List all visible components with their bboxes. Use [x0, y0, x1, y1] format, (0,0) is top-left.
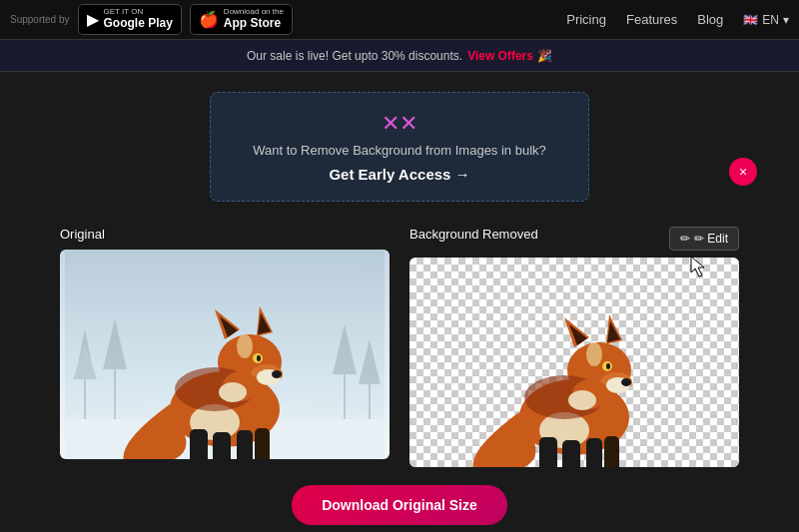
- svg-point-19: [257, 355, 261, 361]
- sale-banner: Our sale is live! Get upto 30% discounts…: [0, 40, 799, 72]
- svg-rect-49: [604, 436, 619, 467]
- svg-point-38: [621, 378, 631, 386]
- nav-right: Pricing Features Blog 🇬🇧 EN ▾: [566, 12, 789, 27]
- language-selector[interactable]: 🇬🇧 EN ▾: [743, 13, 789, 27]
- svg-rect-26: [213, 432, 231, 459]
- promo-cta-button[interactable]: Get Early Access →: [251, 166, 548, 183]
- removed-panel: Background Removed ✏ ✏ Edit: [409, 227, 739, 467]
- removed-label: Background Removed: [409, 227, 538, 242]
- lang-label: EN: [762, 13, 779, 27]
- pricing-link[interactable]: Pricing: [566, 12, 606, 27]
- svg-rect-47: [562, 440, 580, 467]
- nav-left: Supported by ▶ GET IT ON Google Play 🍎 D…: [10, 4, 293, 34]
- close-button[interactable]: ×: [729, 158, 757, 186]
- promo-icon: ✕✕: [251, 111, 548, 137]
- edit-button[interactable]: ✏ ✏ Edit: [669, 227, 739, 251]
- google-play-icon: ▶: [87, 10, 99, 29]
- google-play-badge[interactable]: ▶ GET IT ON Google Play: [78, 4, 182, 34]
- promo-text: Want to Remove Background from Images in…: [251, 143, 548, 158]
- svg-rect-28: [255, 428, 270, 459]
- app-store-text: Download on the App Store: [224, 8, 284, 30]
- sale-text: Our sale is live! Get upto 30% discounts…: [247, 49, 462, 63]
- removed-image-container: [409, 258, 739, 467]
- svg-point-52: [568, 390, 596, 410]
- flag-icon: 🇬🇧: [743, 13, 758, 27]
- svg-point-40: [606, 363, 610, 369]
- blog-link[interactable]: Blog: [697, 12, 723, 27]
- edit-icon: ✏: [680, 232, 690, 246]
- edit-label: ✏ Edit: [694, 232, 728, 246]
- original-image: [60, 250, 390, 459]
- removed-fox-svg: [414, 258, 734, 467]
- view-offers-link[interactable]: View Offers: [467, 49, 533, 63]
- download-button[interactable]: Download Original Size: [292, 485, 507, 525]
- original-image-container: [60, 250, 390, 459]
- features-link[interactable]: Features: [626, 12, 677, 27]
- supported-by-text: Supported by: [10, 14, 70, 25]
- svg-point-17: [272, 370, 282, 378]
- svg-rect-48: [586, 438, 602, 467]
- main-content: ✕✕ Want to Remove Background from Images…: [0, 72, 799, 532]
- apple-icon: 🍎: [199, 10, 219, 29]
- svg-point-24: [237, 334, 253, 358]
- original-fox-svg: [65, 250, 385, 459]
- sale-emoji: 🎉: [537, 49, 552, 63]
- svg-point-45: [586, 342, 602, 366]
- svg-rect-46: [539, 437, 557, 467]
- images-section: Original: [60, 227, 739, 467]
- svg-rect-25: [190, 429, 208, 459]
- svg-rect-27: [237, 430, 253, 459]
- svg-point-31: [219, 382, 247, 402]
- google-play-text: GET IT ON Google Play: [104, 8, 173, 30]
- original-panel: Original: [60, 227, 390, 467]
- original-label: Original: [60, 227, 390, 242]
- promo-card: ✕✕ Want to Remove Background from Images…: [210, 92, 589, 202]
- removed-image: [409, 258, 739, 467]
- top-nav: Supported by ▶ GET IT ON Google Play 🍎 D…: [0, 0, 799, 40]
- app-store-badge[interactable]: 🍎 Download on the App Store: [190, 4, 293, 34]
- chevron-down-icon: ▾: [783, 13, 789, 27]
